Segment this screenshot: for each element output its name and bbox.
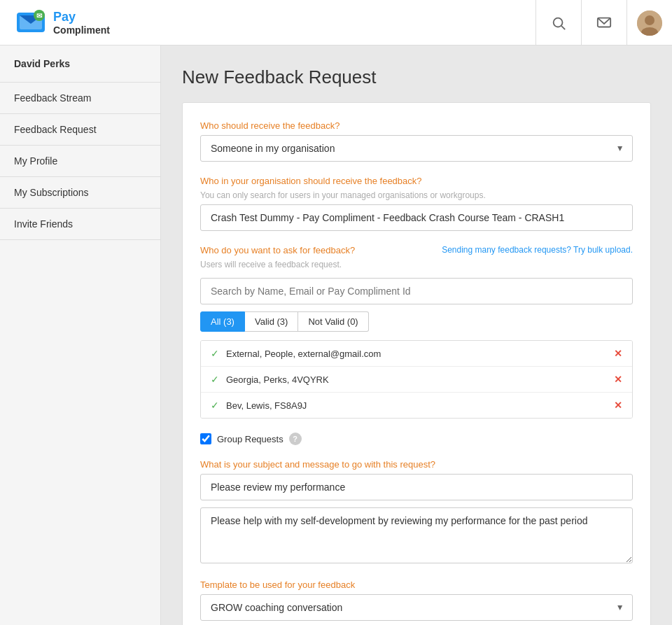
remove-button-1[interactable]: ✕ — [614, 374, 622, 385]
header-icons — [536, 0, 672, 45]
form-card: Who should receive the feedback? Someone… — [182, 102, 651, 625]
org-input[interactable] — [200, 204, 633, 231]
group-requests-checkbox[interactable] — [200, 433, 211, 444]
page-title: New Feedback Request — [182, 66, 651, 88]
recipient-name-1: Georgia, Perks, 4VQYRK — [226, 374, 614, 385]
org-hint: You can only search for users in your ma… — [200, 190, 633, 200]
help-icon[interactable]: ? — [289, 433, 302, 445]
main-layout: David Perks Feedback Stream Feedback Req… — [0, 45, 672, 625]
bulk-upload-link[interactable]: Sending many feedback requests? Try bulk… — [442, 245, 633, 255]
check-icon-0: ✓ — [211, 348, 219, 359]
group-requests-row: Group Requests ? — [200, 433, 633, 445]
template-section: Template to be used for your feedback GR… — [200, 580, 633, 621]
receiver-select[interactable]: Someone in my organisation Someone exter… — [200, 135, 633, 162]
filter-tab-notvalid[interactable]: Not Valid (0) — [298, 311, 368, 332]
recipient-row: ✓ Bev, Lewis, FS8A9J ✕ — [201, 393, 632, 418]
org-label: Who in your organisation should receive … — [200, 176, 633, 186]
requester-section: Who do you want to ask for feedback? Use… — [200, 245, 633, 419]
org-section: Who in your organisation should receive … — [200, 176, 633, 231]
recipient-row: ✓ Georgia, Perks, 4VQYRK ✕ — [201, 367, 632, 393]
receiver-section: Who should receive the feedback? Someone… — [200, 120, 633, 162]
template-select-wrapper: GROW coaching conversation — [200, 594, 633, 621]
svg-point-5 — [554, 17, 563, 27]
requester-hint: Users will receive a feedback request. — [200, 260, 355, 269]
search-button[interactable] — [536, 0, 581, 45]
logo-icon: ✉ — [14, 6, 48, 39]
header: ✉ Pay Compliment — [0, 0, 672, 45]
receiver-select-wrapper: Someone in my organisation Someone exter… — [200, 135, 633, 162]
svg-line-6 — [561, 26, 565, 29]
requester-label: Who do you want to ask for feedback? — [200, 245, 355, 255]
logo: ✉ Pay Compliment — [14, 6, 110, 39]
group-requests-label: Group Requests — [217, 434, 284, 444]
user-avatar-button[interactable] — [626, 0, 672, 45]
subject-label: What is your subject and message to go w… — [200, 459, 633, 470]
subject-section: What is your subject and message to go w… — [200, 459, 633, 566]
check-icon-1: ✓ — [211, 374, 219, 385]
sidebar-item-feedback-stream[interactable]: Feedback Stream — [0, 83, 160, 114]
sidebar-item-feedback-request[interactable]: Feedback Request — [0, 114, 160, 146]
avatar — [637, 10, 662, 36]
sidebar-item-invite-friends[interactable]: Invite Friends — [0, 209, 160, 240]
recipient-name-0: External, People, external@gmail.com — [226, 349, 614, 359]
recipient-row: ✓ External, People, external@gmail.com ✕ — [201, 341, 632, 367]
messages-button[interactable] — [581, 0, 626, 45]
filter-tabs: All (3) Valid (3) Not Valid (0) — [200, 311, 633, 332]
receiver-label: Who should receive the feedback? — [200, 120, 633, 131]
recipient-list: ✓ External, People, external@gmail.com ✕… — [200, 340, 633, 419]
sidebar-item-my-profile[interactable]: My Profile — [0, 146, 160, 177]
svg-text:✉: ✉ — [36, 12, 43, 20]
sidebar: David Perks Feedback Stream Feedback Req… — [0, 45, 161, 625]
recipient-name-2: Bev, Lewis, FS8A9J — [226, 400, 614, 411]
remove-button-0[interactable]: ✕ — [614, 348, 622, 359]
search-row: Who do you want to ask for feedback? Use… — [200, 245, 633, 274]
remove-button-2[interactable]: ✕ — [614, 400, 622, 411]
template-select[interactable]: GROW coaching conversation — [200, 594, 633, 621]
logo-text: Pay Compliment — [53, 10, 110, 36]
sidebar-user: David Perks — [0, 45, 160, 83]
svg-point-9 — [645, 15, 654, 25]
content: New Feedback Request Who should receive … — [161, 45, 672, 625]
message-textarea[interactable]: Please help with my self-development by … — [200, 507, 633, 563]
requester-labels: Who do you want to ask for feedback? Use… — [200, 245, 355, 274]
subject-input[interactable] — [200, 474, 633, 500]
filter-tab-valid[interactable]: Valid (3) — [245, 311, 298, 332]
sidebar-item-my-subscriptions[interactable]: My Subscriptions — [0, 177, 160, 209]
check-icon-2: ✓ — [211, 400, 219, 411]
template-label: Template to be used for your feedback — [200, 580, 633, 590]
search-input[interactable] — [200, 278, 633, 304]
filter-tab-all[interactable]: All (3) — [200, 311, 245, 332]
